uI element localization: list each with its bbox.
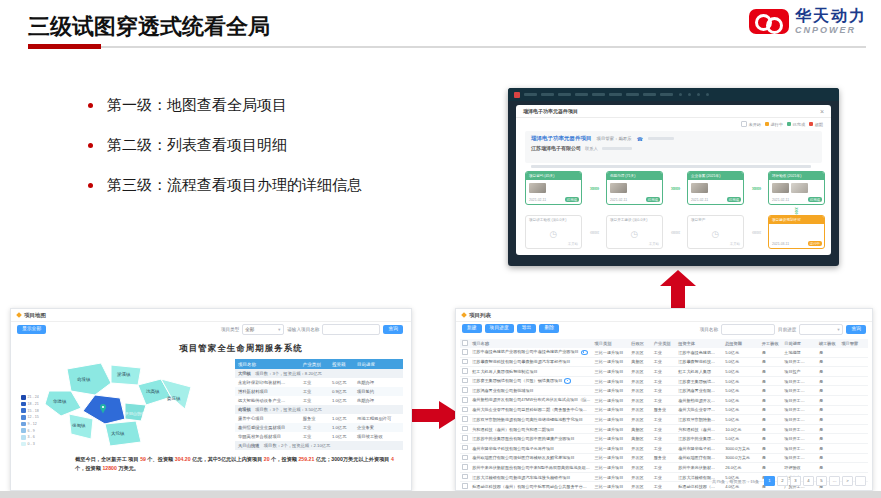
table-row[interactable]: 江苏攀森智能科技有限公司攀森新能源汽车零部件项目三比一提升项目高新区工业江苏攀森… [460,357,868,367]
page-title: 三级试图穿透式统看全局 [28,12,270,42]
table-row[interactable]: 泰州欧瑞医疗有限公司微创医疗器械研发及孵化基地项目三比一提升项目开发区服务业泰州… [460,453,868,463]
map-project-table[interactable]: 项目名称产业类别投资额目前进度大伦镇 项目数：3个，投资总额：8.20亿元永宏环… [235,359,403,450]
map-legend-swatch [21,422,26,427]
checkbox[interactable] [462,455,468,461]
map-search-button[interactable]: 查询 [383,325,403,334]
list-progress-select[interactable]: ▼ [799,324,843,335]
page-button[interactable]: 4 [803,476,814,486]
cell-industry: 工业 [652,463,676,473]
eye-icon[interactable] [564,378,571,384]
checkbox[interactable] [462,397,468,403]
flow-step-card-pending[interactable]: 项目竣工验收 (第0-0天)◷未开始 [525,215,582,249]
map-legend-swatch [21,428,26,433]
table-row[interactable]: 虹工大机器人集团领航智能制造项目三比一提升项目开发区工业虹工大机器人集团5.0亿… [460,367,868,377]
close-icon[interactable]: × [820,108,824,115]
table-row[interactable]: 泰州大悦企业管理有限公司益胜科创园二期（商务服务中心项目）三比一提升项目开发区服… [460,405,868,415]
table-row[interactable]: 兴和通科技（泰州）有限公司兴和通二期项目三比一提升项目高新区工业兴和通科技（泰州… [460,424,868,434]
table-row[interactable]: 俞垛镇 项目数：3个，投资总额：3.50亿元 [235,405,403,414]
table-row[interactable]: 康养中心项目服务业1.0亿元用地工程规划许可 [235,414,403,423]
flow-step-card-done[interactable]: 先期办理 (71天)2021-02-11已完成 [606,171,663,205]
cell-industry: 工业 [652,415,676,425]
table-row[interactable]: 江苏中泰绿色建筑产业园有限公司中泰绿色建筑产业园项目三比一提升项目开发区工业江苏… [460,348,868,357]
flow-step-card-active[interactable]: 项目建设规划许可2021-03-11进行中 [768,215,825,249]
checkbox[interactable] [462,445,468,451]
topbar-icon [679,93,682,96]
summary-number: 304.20 [175,456,191,462]
checkbox[interactable] [462,349,468,355]
table-row[interactable]: 博科新材料项目工业0.9亿元项目签约 [235,387,403,396]
table-row[interactable]: 江苏苏中药业集团股份有限公司苏中医药健康产业园项目三比一提升项目高新区工业江苏苏… [460,434,868,444]
table-row[interactable]: 泰州市隆华电子科技有限公司电子元器件项目三比一提升项目开发区工业泰州市隆华电子科… [460,443,868,453]
map-legend-range: 12 - 15 [28,415,39,419]
checkbox[interactable] [462,387,468,393]
flow-step-card-done[interactable]: 环评验收 (2021年)2021-02-11已完成 [768,171,825,205]
table-row[interactable]: 天目山街道 项目数：2个，投资总额：2.10亿元 [235,441,403,450]
page-button[interactable]: 5 [816,476,827,486]
map-legend-item: 15 - 18 [21,408,39,413]
page-jump-input[interactable] [855,476,866,486]
eye-icon[interactable] [581,350,588,356]
list-search-button[interactable]: 查询 [846,325,866,334]
cell-amount: 5.0亿元 [723,357,760,367]
cell-amount: 0.9亿元 [329,387,354,396]
cell-manager [839,376,868,386]
flow-step-card-done[interactable]: 企业备案 (2021年)2021-02-11已完成 [687,171,744,205]
table-row[interactable]: 大伦镇 项目数：3个，投资总额：8.20亿元 [235,369,403,378]
table-row[interactable]: 泰州恒盛绿业金属材项目工业1.0亿元企业备案 [235,423,403,432]
page-button[interactable]: 1 [764,476,775,486]
cell-industry: 工业 [300,396,329,405]
project-list-table[interactable]: 项目名称项目类别行政区产业类别投资主体总投资额开工验收目前进度竣工验收项目管家江… [460,339,868,492]
toolbar-button[interactable]: 项目进度 [485,324,514,333]
checkbox[interactable] [462,474,468,480]
table-row[interactable]: 远大智能传动设备产业…工业1.0亿元先期办理 [235,396,403,405]
checkbox[interactable] [462,368,468,374]
checkbox[interactable] [462,359,468,365]
project-type-label: 项目类型 [221,327,239,332]
cell-name: 兴和通科技（泰州）有限公司兴和通二期项目 [470,424,592,434]
cell-manager [839,463,868,473]
project-name-input[interactable] [322,324,380,335]
cell-name: 泰州大悦企业管理有限公司益胜科创园二期（商务服务中心项目） [470,405,592,415]
table-row[interactable]: 泰州新勒能源开发有限公司47MW分布式光伏发电试点项目（综合智慧能源项目）三比一… [460,395,868,405]
page-button[interactable]: 2 [777,476,788,486]
toolbar-button[interactable]: 新建 [462,324,482,333]
pagination: 共75条，每页显示：15条12345…> [712,476,866,486]
cell-investor: 苏州中来光伏新材… [676,463,723,473]
checkbox[interactable] [462,378,468,384]
project-type-select[interactable]: 全部 ▼ [242,324,284,335]
page-button[interactable]: … [829,476,840,486]
cell-start-check: 是 [760,405,782,415]
table-row[interactable]: 江苏赛王集团钢缆有限公司（控股）钢缆集团项目三比一提升项目开发区工业江苏赛王集团… [460,376,868,386]
map-legend-range: 6 - 9 [28,429,35,433]
flow-step-card-pending[interactable]: 项目开工建设 (第0-0天)◷未开始 [606,215,663,249]
toolbar-button[interactable]: 导出 [517,324,537,333]
cell-district: 开发区 [629,348,651,357]
checkbox[interactable] [462,416,468,422]
page-button[interactable]: > [842,476,853,486]
cell-checkbox [460,424,470,434]
show-all-button[interactable]: 显示全部 [17,325,46,334]
table-row[interactable]: 永宏环保彩印包装材料…工业5.0亿元先期办理 [235,378,403,387]
list-name-input[interactable] [721,324,775,335]
checkbox[interactable] [462,426,468,432]
table-row[interactable]: 苏州中来光伏新材股份有限公司中来N型单晶双面高效电池及组件新材料项目三比一提升项… [460,463,868,473]
cell-amount: 5.0亿元 [723,376,760,386]
district-map[interactable]: 俞垛镇 淤溪镇 沈高镇 娄庄镇 华港镇 大伦镇 张甸镇 天目山街道 [19,353,231,457]
checkbox[interactable] [462,435,468,441]
cell-progress: 项目投产 [782,367,817,377]
checkbox[interactable] [462,407,468,413]
page-button[interactable]: 3 [790,476,801,486]
checkbox[interactable] [462,340,468,346]
checkbox[interactable] [462,483,468,489]
table-row[interactable]: 江苏双登富朗特新能源有限公司高性能储能锂电池数字化项目三比一提升项目开发区工业江… [460,415,868,425]
flow-step-card-pending[interactable]: 项目投产◷未开始 [687,215,744,249]
checkbox[interactable] [462,464,468,470]
flow-step-card-done[interactable]: 项目签约 (45天)2021-02-11已完成 [525,171,582,205]
cell-progress: 先期办理 [354,396,403,405]
table-row[interactable]: 华丽高校复合板材项目工业1.0亿元项目竣工验收 [235,432,403,441]
menu-item-bar [541,93,554,96]
toolbar-button[interactable]: 删除 [539,324,559,333]
cell-district: 开发区 [629,376,651,386]
table-row[interactable]: 江苏鸿泰置业有限公司新悦城项目三比一提升项目开发区工业江苏鸿泰置业有限…5.0亿… [460,386,868,396]
cell-name: 苏州中来光伏新材股份有限公司中来N型单晶双面高效电池及组件新材料项目 [470,463,592,473]
